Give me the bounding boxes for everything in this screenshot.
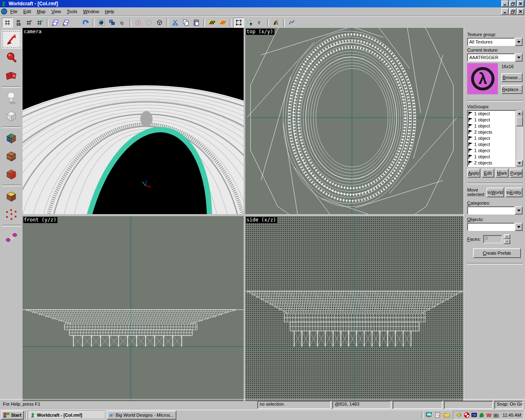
top-viewport-canvas[interactable] [245,28,463,214]
top-viewport[interactable]: top (x/y) [245,28,463,214]
faces-field[interactable]: 0 [483,235,502,243]
flip-faces-button[interactable] [271,18,281,27]
visgroups-list[interactable]: 1 object 1 object 1 object 2 objects 1 o… [467,110,523,167]
side-viewport[interactable]: side (x/z) [245,216,463,401]
camera-viewport[interactable]: camera [23,28,244,214]
quick-launch-show-desktop[interactable] [425,411,433,419]
selection-tool-button[interactable] [2,30,21,48]
scroll-down-button[interactable] [516,160,523,167]
grid-smaller-button[interactable] [24,18,34,27]
apply-texture-tool-button[interactable] [2,148,21,165]
vertex-tool-button[interactable] [2,206,21,223]
paste-button[interactable] [192,18,201,27]
undo-button[interactable] [81,18,91,27]
restore-button[interactable] [509,0,516,7]
texture-preview[interactable]: λ [467,63,498,94]
grid-3d-button[interactable]: 3D [14,18,23,27]
scroll-up-button[interactable] [516,110,523,117]
apply-button[interactable]: Apply [467,169,480,178]
decal-tool-button[interactable] [2,166,21,183]
mdi-minimize-button[interactable] [501,8,509,15]
faces-spinner[interactable] [504,234,510,244]
menu-window[interactable]: Window [80,8,102,15]
visgroups-scrollbar[interactable] [516,110,522,167]
tray-display-icon[interactable] [471,412,477,418]
quick-launch-folder[interactable] [443,411,451,419]
menu-view[interactable]: View [48,8,64,15]
start-button[interactable]: Start [1,411,24,420]
path-tool-button[interactable] [2,228,21,245]
menu-edit[interactable]: Edit [21,8,34,15]
visgroup-item[interactable]: 2 objects [468,129,522,135]
texture-group-value[interactable]: All Textures [467,38,515,46]
visgroup-item[interactable]: 1 object [468,141,522,147]
tray-volume-icon[interactable] [457,412,462,418]
clipping-tool-button[interactable] [2,188,21,205]
mdi-restore-button[interactable] [509,8,516,15]
menu-help[interactable]: Help [102,8,117,15]
objects-dropdown-button[interactable] [515,223,523,231]
purge-button[interactable]: Purge [510,169,523,178]
task-big-world-designs[interactable]: e Big World Designs - Micros... [107,411,176,420]
camera-viewport-canvas[interactable] [23,28,244,214]
visgroup-item[interactable]: 1 object [468,123,522,129]
grid-toggle-button[interactable] [2,18,13,27]
entity-hatch-button[interactable] [218,18,228,27]
carve-button[interactable] [96,18,106,27]
entity-tool-button[interactable] [2,89,21,107]
create-prefab-button[interactable]: Create Prefab [473,248,521,258]
categories-dropdown-button[interactable] [515,206,523,215]
spin-down-button[interactable] [504,239,510,244]
cascade-small-button[interactable]: S [61,18,71,27]
to-entity-button[interactable]: toEntity [505,187,523,197]
quick-launch-notepad[interactable] [434,411,442,419]
current-texture-value[interactable]: AAATRIGGER [467,53,515,62]
cordon-button[interactable] [155,18,164,27]
texture-application-tool-button[interactable] [2,130,21,147]
magnify-tool-button[interactable] [2,49,21,66]
current-texture-dropdown-button[interactable] [515,53,523,62]
cut-button[interactable] [170,18,180,27]
camera-tool-button[interactable] [2,67,21,84]
front-viewport-canvas[interactable] [23,216,244,401]
front-viewport[interactable]: front (y/z) [23,216,244,401]
hide-selected-button[interactable] [133,18,143,27]
replace-button[interactable]: Replace... [501,85,523,94]
block-tool-button[interactable] [2,107,21,125]
visgroup-item[interactable]: 2 objects [468,160,522,166]
mdi-close-button[interactable] [517,8,524,15]
scroll-thumb[interactable] [516,116,523,126]
hide-unselected-button[interactable] [144,18,154,27]
tray-w-app-icon[interactable]: W [486,412,492,418]
current-texture-combo[interactable]: AAATRIGGER [467,53,523,62]
close-button[interactable] [517,0,524,7]
menu-file[interactable]: File [7,8,21,15]
world-hatch-button[interactable] [207,18,217,27]
grid-larger-button[interactable] [35,18,45,27]
selection-mode-button[interactable] [233,18,244,27]
tray-hand-icon[interactable] [479,412,484,418]
menu-map[interactable]: Map [34,8,48,15]
tray-camera-icon[interactable] [493,412,499,418]
tray-pinwheel-icon[interactable] [464,412,470,418]
objects-combo[interactable] [467,223,523,231]
mark-button[interactable]: Mark [495,169,509,178]
to-world-button[interactable]: toWorld [486,187,504,197]
objects-value[interactable] [467,223,515,231]
visgroup-item[interactable]: 1 object [468,153,522,160]
drag-selection-button[interactable] [245,18,255,27]
menu-tools[interactable]: Tools [64,8,80,15]
spin-up-button[interactable] [504,234,510,239]
task-worldcraft[interactable]: Worldcraft - [Col.rmf] [28,411,106,420]
visgroup-item[interactable]: 1 object [468,135,522,141]
morph-button[interactable] [287,18,297,27]
edit-button[interactable]: Edit [482,169,495,178]
side-viewport-canvas[interactable] [245,216,463,401]
ignore-groups-button[interactable]: ig [118,18,128,27]
texture-lock-button[interactable]: tl [256,18,265,27]
categories-value[interactable] [467,206,515,215]
cascade-large-button[interactable]: L [50,18,60,27]
minimize-button[interactable] [501,0,509,7]
visgroup-item[interactable]: 1 object [468,110,522,116]
texture-group-combo[interactable]: All Textures [467,38,523,46]
